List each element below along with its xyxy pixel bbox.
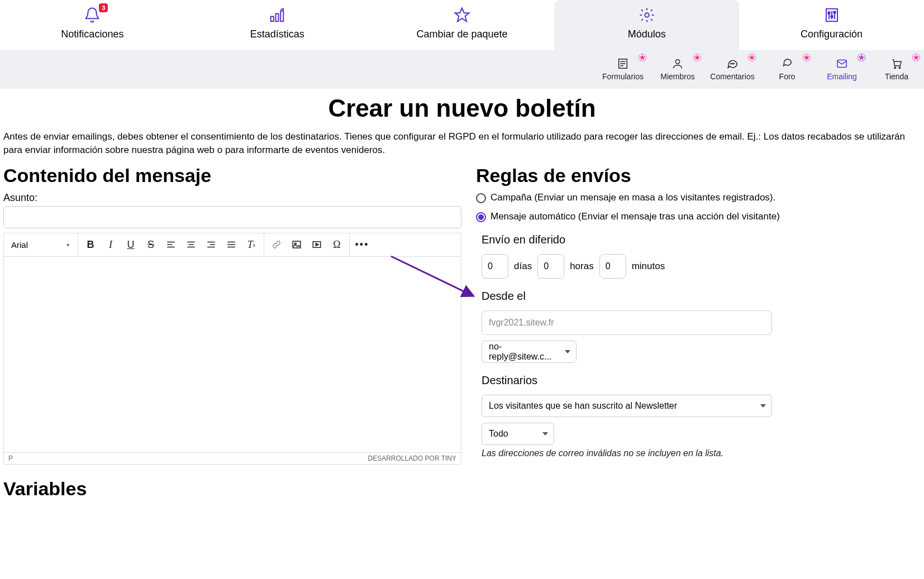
star-icon (452, 7, 472, 23)
svg-point-4 (645, 13, 649, 17)
premium-star-icon (912, 53, 921, 62)
delayed-send-heading: Envío en diferido (482, 233, 921, 246)
tab-modules[interactable]: Módulos (554, 0, 739, 50)
toolbar-divider (349, 233, 350, 256)
link-button[interactable] (266, 235, 287, 255)
subject-label: Asunto: (3, 192, 461, 204)
variables-heading: Variables (3, 478, 461, 500)
bar-chart-icon (267, 7, 287, 23)
svg-point-9 (828, 12, 830, 14)
svg-point-34 (899, 67, 901, 69)
subtab-label: Foro (779, 72, 796, 81)
subtab-forum[interactable]: Foro (760, 54, 815, 83)
days-label: días (514, 261, 532, 272)
svg-point-23 (731, 63, 731, 64)
svg-point-11 (833, 11, 836, 13)
tab-statistics[interactable]: Estadísticas (185, 0, 370, 50)
recipients-hint: Las direcciones de correo inválidas no s… (482, 448, 921, 458)
recipients-select[interactable]: Los visitantes que se han suscrito al Ne… (482, 395, 772, 417)
editor-content-area[interactable] (4, 257, 461, 452)
tab-notifications[interactable]: 3 Notificaciones (0, 0, 185, 50)
tab-change-plan[interactable]: Cambiar de paquete (370, 0, 555, 50)
svg-point-20 (675, 60, 679, 64)
select-value: Los visitantes que se han suscrito al Ne… (489, 401, 677, 411)
from-domain-input[interactable] (482, 310, 772, 335)
recipients-filter-select[interactable]: Todo (482, 423, 554, 445)
clear-format-button[interactable]: Tx (241, 235, 261, 255)
rules-section-heading: Reglas de envíos (476, 165, 921, 186)
delay-days-input[interactable] (482, 254, 508, 279)
subtab-label: Emailing (827, 72, 857, 81)
chevron-down-icon (760, 404, 766, 408)
svg-rect-1 (276, 14, 279, 22)
tab-settings[interactable]: Configuración (739, 0, 924, 50)
svg-rect-2 (280, 11, 283, 22)
hours-label: horas (570, 261, 594, 272)
delay-hours-input[interactable] (537, 254, 564, 279)
align-center-button[interactable] (181, 235, 201, 255)
delay-minutes-input[interactable] (599, 254, 626, 279)
svg-marker-27 (804, 55, 809, 60)
align-right-button[interactable] (201, 235, 221, 255)
subtab-label: Formularios (602, 72, 644, 81)
radio-label: Mensaje automático (Enviar el mensaje tr… (490, 211, 780, 222)
subject-input[interactable] (3, 206, 461, 228)
subtab-comments[interactable]: Comentarios (705, 54, 760, 83)
font-family-select[interactable]: Arial ▾ (6, 236, 73, 253)
svg-marker-32 (913, 55, 918, 60)
svg-point-24 (732, 63, 732, 64)
svg-rect-47 (293, 241, 301, 248)
cart-icon (890, 58, 903, 70)
toolbar-divider (264, 233, 264, 256)
editor-toolbar: Arial ▾ B I U S Tx (4, 233, 461, 257)
module-sub-navigation: Formularios Miembros Comentarios Foro Em… (0, 51, 924, 89)
chat-icon (781, 58, 793, 70)
svg-marker-22 (749, 55, 754, 60)
mail-icon (836, 58, 848, 70)
radio-campaign[interactable]: Campaña (Enviar un mensaje en masa a los… (476, 192, 921, 203)
strikethrough-button[interactable]: S (141, 235, 161, 255)
special-char-button[interactable]: Ω (327, 235, 347, 255)
radio-icon (476, 212, 486, 222)
toolbar-divider (78, 233, 78, 256)
premium-star-icon (802, 53, 811, 62)
video-button[interactable] (307, 235, 327, 255)
main-navigation: 3 Notificaciones Estadísticas Cambiar de… (0, 0, 924, 51)
image-button[interactable] (287, 235, 307, 255)
radio-automatic-message[interactable]: Mensaje automático (Enviar el mensaje tr… (476, 211, 921, 222)
subtab-shop[interactable]: Tienda (869, 54, 924, 83)
from-email-select[interactable]: no-reply@sitew.c... (482, 341, 577, 363)
underline-button[interactable]: U (121, 235, 141, 255)
tab-label: Estadísticas (185, 28, 370, 40)
tab-label: Configuración (739, 28, 924, 40)
svg-rect-30 (837, 60, 847, 68)
gear-icon (637, 7, 657, 23)
form-icon (617, 58, 629, 70)
premium-star-icon (747, 53, 756, 62)
subtab-emailing[interactable]: Emailing (815, 54, 869, 83)
premium-star-icon (693, 53, 702, 62)
bold-button[interactable]: B (80, 235, 101, 255)
svg-rect-0 (271, 17, 274, 22)
chevron-down-icon (542, 432, 548, 436)
editor-path: P (8, 454, 13, 462)
subtab-label: Miembros (660, 72, 694, 81)
tab-label: Cambiar de paquete (370, 28, 555, 40)
align-left-button[interactable] (161, 235, 181, 255)
tab-label: Módulos (554, 28, 739, 40)
editor-powered-by[interactable]: DESARROLLADO POR TINY (368, 454, 456, 462)
svg-marker-13 (640, 55, 645, 60)
svg-marker-19 (694, 55, 699, 60)
premium-star-icon (638, 53, 647, 62)
comment-icon (726, 58, 739, 70)
recipients-heading: Destinarios (482, 374, 921, 387)
page-title: Crear un nuevo boletín (3, 94, 921, 122)
more-button[interactable]: ••• (352, 235, 372, 255)
intro-text: Antes de enviar emailings, debes obtener… (3, 130, 921, 157)
radio-label: Campaña (Enviar un mensaje en masa a los… (490, 192, 775, 203)
subtab-members[interactable]: Miembros (650, 54, 705, 83)
svg-point-33 (894, 67, 896, 69)
italic-button[interactable]: I (101, 235, 121, 255)
align-justify-button[interactable] (221, 235, 241, 255)
subtab-forms[interactable]: Formularios (596, 54, 650, 83)
